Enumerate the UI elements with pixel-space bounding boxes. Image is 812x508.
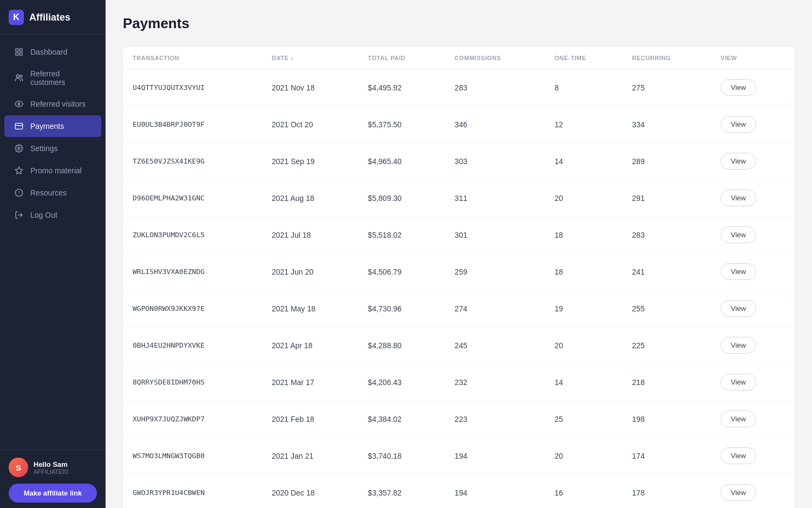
brand-title: Affiliates (29, 12, 70, 23)
cell-total_paid: $4,730.96 (358, 290, 445, 327)
cell-one_time: 19 (545, 290, 622, 327)
sidebar-item-dashboard[interactable]: Dashboard (4, 41, 101, 63)
cell-recurring: 198 (623, 401, 711, 438)
cell-recurring: 178 (623, 474, 711, 509)
view-button[interactable]: View (721, 153, 756, 170)
cell-date: 2021 Apr 18 (262, 327, 358, 364)
referred-visitors-icon (14, 99, 24, 109)
svg-marker-9 (15, 167, 22, 174)
cell-one_time: 16 (545, 474, 622, 509)
cell-date: 2021 Aug 18 (262, 180, 358, 217)
view-button[interactable]: View (721, 79, 756, 96)
view-button[interactable]: View (721, 374, 756, 390)
cell-view: View (711, 438, 795, 474)
cell-date: 2021 Oct 20 (262, 106, 358, 143)
sidebar-item-promo-material[interactable]: Promo material (4, 160, 101, 181)
sidebar-item-referred-visitors[interactable]: Referred visitors (4, 93, 101, 115)
cell-transaction: WS7MO3LMNGW3TQGB0 (123, 438, 262, 474)
cell-total_paid: $4,288.80 (358, 327, 445, 364)
avatar: S (9, 458, 28, 477)
view-button[interactable]: View (721, 300, 756, 317)
table-row: WS7MO3LMNGW3TQGB02021 Jan 21$3,740.18194… (123, 438, 795, 474)
cell-commissions: 303 (445, 143, 545, 180)
cell-date: 2021 Nov 18 (262, 69, 358, 106)
cell-recurring: 291 (623, 180, 711, 217)
view-button[interactable]: View (721, 447, 756, 464)
col-header-recurring: RECURRING (623, 47, 711, 69)
view-button[interactable]: View (721, 190, 756, 206)
sidebar-footer: S Hello Sam AFFILIATEID Make affiliate l… (0, 450, 106, 508)
cell-commissions: 301 (445, 217, 545, 253)
cell-one_time: 18 (545, 253, 622, 290)
cell-transaction: 0BHJ4EU2HNPDYXVKE (123, 327, 262, 364)
cell-commissions: 259 (445, 253, 545, 290)
view-button[interactable]: View (721, 116, 756, 133)
table-body: U4QTTYUJQUTX3VYUI2021 Nov 18$4,495.92283… (123, 69, 795, 509)
cell-one_time: 14 (545, 364, 622, 401)
cell-transaction: WRLISHV3VXA0EZNDG (123, 253, 262, 290)
cell-commissions: 274 (445, 290, 545, 327)
cell-one_time: 18 (545, 217, 622, 253)
table-row: TZ6E50VJZSX4IKE9G2021 Sep 19$4,965.40303… (123, 143, 795, 180)
make-affiliate-link-button[interactable]: Make affiliate link (9, 484, 97, 503)
referred-customers-icon (14, 73, 24, 83)
table-header: TRANSACTIONDATE↕TOTAL PAIDCOMMISSIONSONE… (123, 47, 795, 69)
col-header-date[interactable]: DATE↕ (262, 47, 358, 69)
sidebar-item-resources[interactable]: Resources (4, 182, 101, 204)
user-name: Hello Sam (34, 460, 69, 468)
cell-one_time: 8 (545, 69, 622, 106)
col-header-transaction: TRANSACTION (123, 47, 262, 69)
col-header-one_time: ONE-TIME (545, 47, 622, 69)
cell-commissions: 223 (445, 401, 545, 438)
cell-one_time: 20 (545, 327, 622, 364)
sidebar-item-label: Referred customers (30, 69, 91, 87)
sidebar-item-payments[interactable]: Payments (4, 115, 101, 137)
sidebar-item-logout[interactable]: Log Out (4, 204, 101, 226)
sidebar-item-label: Resources (30, 188, 67, 197)
view-button[interactable]: View (721, 484, 756, 501)
cell-date: 2021 Jul 18 (262, 217, 358, 253)
cell-commissions: 194 (445, 474, 545, 509)
table-row: D96OEMLPHA2W31GNC2021 Aug 18$5,809.30311… (123, 180, 795, 217)
cell-transaction: WGPON0RWX9JKKX97E (123, 290, 262, 327)
cell-view: View (711, 106, 795, 143)
dashboard-icon (14, 47, 24, 57)
cell-total_paid: $5,809.30 (358, 180, 445, 217)
user-info: S Hello Sam AFFILIATEID (9, 458, 97, 477)
cell-view: View (711, 290, 795, 327)
svg-rect-3 (19, 53, 22, 55)
sidebar-item-settings[interactable]: Settings (4, 138, 101, 159)
view-button[interactable]: View (721, 411, 756, 427)
user-affiliate-id: AFFILIATEID (34, 468, 69, 475)
table-row: U4QTTYUJQUTX3VYUI2021 Nov 18$4,495.92283… (123, 69, 795, 106)
svg-point-4 (16, 75, 19, 77)
resources-icon (14, 188, 24, 198)
user-details: Hello Sam AFFILIATEID (34, 460, 69, 475)
main-content: Payments TRANSACTIONDATE↕TOTAL PAIDCOMMI… (106, 0, 812, 508)
view-button[interactable]: View (721, 263, 756, 280)
cell-date: 2021 Jan 21 (262, 438, 358, 474)
view-button[interactable]: View (721, 337, 756, 354)
cell-commissions: 346 (445, 106, 545, 143)
sidebar-nav: Dashboard Referred customers Referred vi… (0, 34, 106, 450)
svg-rect-2 (16, 53, 18, 55)
cell-recurring: 289 (623, 143, 711, 180)
cell-date: 2021 Jun 20 (262, 253, 358, 290)
cell-total_paid: $4,495.92 (358, 69, 445, 106)
view-button[interactable]: View (721, 226, 756, 243)
sidebar-item-referred-customers[interactable]: Referred customers (4, 63, 101, 93)
table-row: 8QRRYSDE8IDHM70HS2021 Mar 17$4,206.43232… (123, 364, 795, 401)
cell-one_time: 12 (545, 106, 622, 143)
svg-point-8 (18, 147, 20, 149)
cell-total_paid: $5,518.02 (358, 217, 445, 253)
brand: K Affiliates (0, 0, 106, 34)
sidebar-item-label: Settings (30, 144, 58, 153)
promo-material-icon (14, 166, 24, 175)
cell-transaction: 8QRRYSDE8IDHM70HS (123, 364, 262, 401)
cell-recurring: 241 (623, 253, 711, 290)
cell-recurring: 283 (623, 217, 711, 253)
cell-transaction: ZUKLON3PUMDV2C6L5 (123, 217, 262, 253)
col-header-total_paid: TOTAL PAID (358, 47, 445, 69)
svg-point-5 (20, 75, 22, 77)
cell-recurring: 275 (623, 69, 711, 106)
